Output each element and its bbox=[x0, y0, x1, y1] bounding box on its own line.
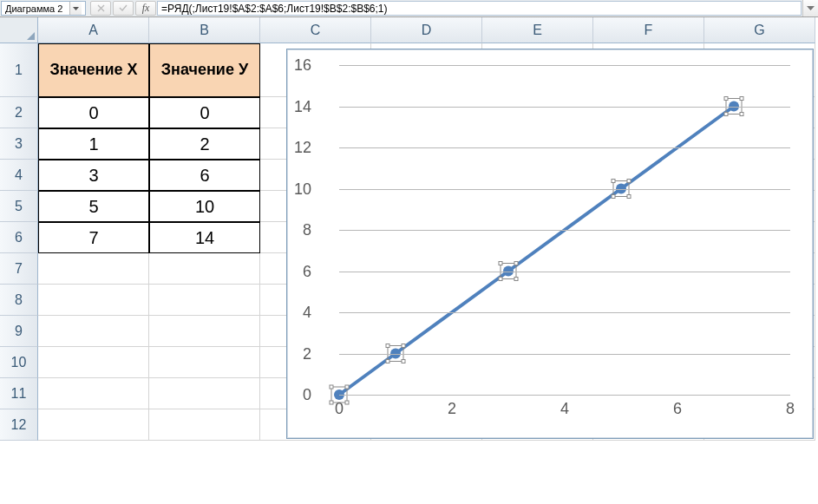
select-all-button[interactable] bbox=[0, 17, 38, 43]
cell[interactable] bbox=[149, 285, 260, 316]
svg-rect-27 bbox=[724, 97, 728, 101]
y-tick-label: 8 bbox=[287, 221, 311, 239]
row-header-5[interactable]: 5 bbox=[0, 191, 38, 222]
row-header-3[interactable]: 3 bbox=[0, 128, 38, 160]
svg-rect-15 bbox=[499, 262, 502, 265]
row-header-4[interactable]: 4 bbox=[0, 160, 38, 191]
svg-rect-16 bbox=[514, 262, 518, 265]
cell[interactable] bbox=[38, 316, 149, 347]
cell[interactable] bbox=[149, 409, 260, 441]
row-header-2[interactable]: 2 bbox=[0, 97, 38, 128]
svg-rect-22 bbox=[627, 180, 631, 183]
column-header-D[interactable]: D bbox=[371, 17, 482, 43]
svg-rect-29 bbox=[724, 113, 728, 116]
table-header-x[interactable]: Значение Х bbox=[38, 43, 149, 97]
svg-rect-17 bbox=[499, 278, 502, 281]
cell-A3[interactable]: 1 bbox=[38, 128, 149, 160]
svg-rect-21 bbox=[612, 180, 615, 183]
column-header-G[interactable]: G bbox=[704, 17, 815, 43]
expand-formula-bar-button[interactable] bbox=[802, 0, 818, 16]
accept-formula-button[interactable] bbox=[113, 1, 134, 16]
svg-rect-5 bbox=[330, 401, 333, 404]
cell[interactable] bbox=[38, 409, 149, 441]
svg-rect-23 bbox=[612, 195, 615, 199]
formula-text: =РЯД(;Лист19!$A$2:$A$6;Лист19!$B$2:$B$6;… bbox=[161, 3, 388, 15]
svg-rect-9 bbox=[386, 344, 389, 348]
fx-icon: fx bbox=[142, 2, 150, 15]
svg-rect-4 bbox=[345, 385, 349, 389]
chevron-down-icon bbox=[73, 7, 79, 10]
chart-object[interactable]: 024681012141602468 bbox=[286, 49, 814, 439]
row-header-10[interactable]: 10 bbox=[0, 347, 38, 378]
row-header-11[interactable]: 11 bbox=[0, 378, 38, 409]
cell-B5[interactable]: 10 bbox=[149, 191, 260, 222]
y-tick-label: 10 bbox=[287, 180, 311, 198]
cell[interactable] bbox=[38, 285, 149, 316]
y-tick-label: 12 bbox=[287, 139, 311, 157]
cell[interactable] bbox=[149, 316, 260, 347]
cell[interactable] bbox=[149, 378, 260, 409]
name-box-dropdown[interactable] bbox=[69, 2, 82, 15]
cell[interactable] bbox=[38, 347, 149, 378]
svg-marker-1 bbox=[807, 6, 815, 10]
svg-rect-6 bbox=[345, 401, 349, 404]
column-header-B[interactable]: B bbox=[149, 17, 260, 43]
check-icon bbox=[119, 4, 128, 12]
svg-rect-10 bbox=[402, 344, 405, 348]
cell-B3[interactable]: 2 bbox=[149, 128, 260, 160]
cell-B4[interactable]: 6 bbox=[149, 160, 260, 191]
name-box-value: Диаграмма 2 bbox=[5, 3, 69, 14]
row-header-6[interactable]: 6 bbox=[0, 222, 38, 253]
cell[interactable] bbox=[149, 347, 260, 378]
y-tick-label: 6 bbox=[287, 262, 311, 280]
y-tick-label: 14 bbox=[287, 97, 311, 115]
cell-A5[interactable]: 5 bbox=[38, 191, 149, 222]
x-icon bbox=[97, 4, 105, 12]
svg-rect-3 bbox=[330, 385, 333, 389]
cell-A4[interactable]: 3 bbox=[38, 160, 149, 191]
svg-rect-24 bbox=[627, 195, 631, 199]
x-tick-label: 2 bbox=[448, 400, 456, 418]
x-tick-label: 4 bbox=[560, 400, 569, 418]
cell-A2[interactable]: 0 bbox=[38, 97, 149, 128]
row-header-8[interactable]: 8 bbox=[0, 285, 38, 316]
y-tick-label: 4 bbox=[287, 304, 311, 322]
x-tick-label: 8 bbox=[786, 400, 795, 418]
svg-rect-18 bbox=[514, 278, 518, 281]
formula-input[interactable]: =РЯД(;Лист19!$A$2:$A$6;Лист19!$B$2:$B$6;… bbox=[157, 1, 802, 16]
svg-rect-30 bbox=[740, 113, 743, 116]
row-header-9[interactable]: 9 bbox=[0, 316, 38, 347]
cancel-formula-button[interactable] bbox=[90, 1, 111, 16]
svg-rect-11 bbox=[386, 360, 389, 363]
cell[interactable] bbox=[38, 253, 149, 285]
svg-marker-0 bbox=[73, 7, 79, 10]
chevron-down-icon bbox=[807, 6, 815, 11]
y-tick-label: 0 bbox=[287, 386, 311, 404]
column-header-A[interactable]: A bbox=[38, 17, 149, 43]
x-tick-label: 0 bbox=[335, 400, 344, 418]
name-box[interactable]: Диаграмма 2 bbox=[1, 1, 86, 16]
svg-rect-12 bbox=[402, 360, 405, 363]
insert-function-button[interactable]: fx bbox=[135, 1, 156, 16]
cell[interactable] bbox=[38, 378, 149, 409]
row-header-1[interactable]: 1 bbox=[0, 43, 38, 97]
cell-B2[interactable]: 0 bbox=[149, 97, 260, 128]
cell-B6[interactable]: 14 bbox=[149, 222, 260, 253]
chart-plot-area[interactable] bbox=[339, 65, 790, 395]
column-header-E[interactable]: E bbox=[482, 17, 593, 43]
row-header-7[interactable]: 7 bbox=[0, 253, 38, 285]
column-header-C[interactable]: C bbox=[260, 17, 371, 43]
y-tick-label: 16 bbox=[287, 56, 311, 75]
cell-A6[interactable]: 7 bbox=[38, 222, 149, 253]
row-header-12[interactable]: 12 bbox=[0, 409, 38, 441]
cell[interactable] bbox=[149, 253, 260, 285]
y-tick-label: 2 bbox=[287, 344, 311, 363]
svg-rect-28 bbox=[740, 97, 743, 101]
table-header-y[interactable]: Значение У bbox=[149, 43, 260, 97]
formula-bar: Диаграмма 2 fx =РЯД(;Лист19!$A$2:$A$6;Ли… bbox=[0, 0, 818, 17]
x-tick-label: 6 bbox=[673, 400, 682, 418]
column-header-F[interactable]: F bbox=[593, 17, 704, 43]
